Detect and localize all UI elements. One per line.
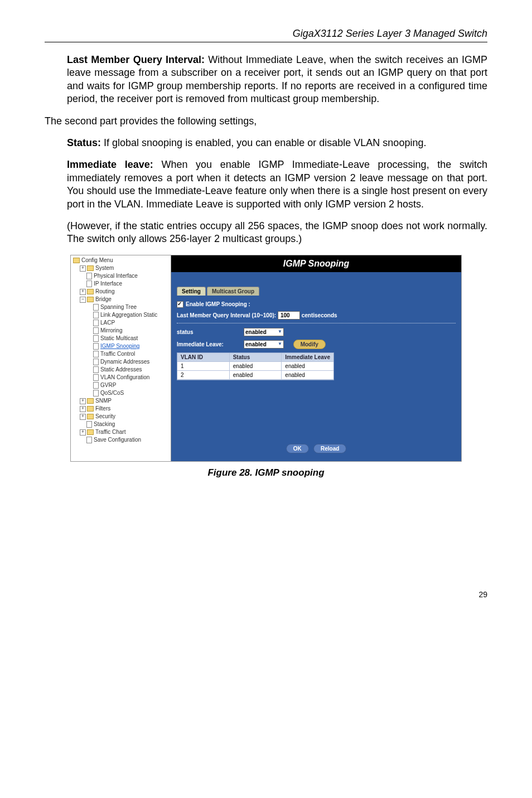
tree-toggle-icon[interactable]: + bbox=[80, 398, 86, 404]
th-status: Status bbox=[230, 353, 282, 362]
tree-toggle-icon[interactable]: − bbox=[80, 297, 86, 303]
file-icon bbox=[86, 273, 94, 279]
tree-file[interactable]: Static Multicast bbox=[72, 335, 170, 342]
tree-file[interactable]: IGMP Snooping bbox=[72, 342, 170, 350]
tree-file[interactable]: Stacking bbox=[72, 420, 170, 428]
figure-caption: Figure 28. IGMP snooping bbox=[45, 467, 487, 478]
tree-item-label: Static Addresses bbox=[100, 366, 142, 373]
tree-item-label: IGMP Snooping bbox=[100, 343, 139, 349]
enable-label: Enable IGMP Snooping : bbox=[186, 301, 250, 307]
cell-vlanid: 1 bbox=[177, 362, 230, 371]
lastmember-input[interactable]: 100 bbox=[278, 311, 300, 320]
tab-setting[interactable]: Setting bbox=[177, 287, 206, 296]
blank-area bbox=[177, 380, 456, 436]
para-second-part: The second part provides the following s… bbox=[45, 115, 487, 128]
tree-folder[interactable]: +SNMP bbox=[72, 397, 170, 405]
tree-file[interactable]: LACP bbox=[72, 319, 170, 327]
tree-item-label: System bbox=[95, 265, 114, 271]
enable-row: Enable IGMP Snooping : bbox=[177, 301, 456, 308]
tree-toggle-icon[interactable]: + bbox=[80, 406, 86, 412]
tree-item-label: Traffic Control bbox=[100, 351, 135, 357]
immediate-leave-value: enabled bbox=[245, 341, 267, 347]
tree-file[interactable]: Traffic Control bbox=[72, 350, 170, 358]
last-member-bold: Last Member Query Interval: bbox=[67, 54, 205, 65]
file-icon bbox=[93, 304, 100, 310]
immediate-leave-select[interactable]: enabled ▼ bbox=[244, 340, 284, 349]
tab-multicast-group[interactable]: Multicast Group bbox=[207, 287, 259, 296]
tree-item-label: Routing bbox=[95, 288, 114, 294]
tree-folder[interactable]: +System bbox=[72, 264, 170, 272]
immediate-leave-label: Immediate Leave: bbox=[177, 341, 244, 347]
tree-item-label: Mirroring bbox=[100, 327, 122, 333]
cell-immediate-leave: enabled bbox=[282, 371, 333, 380]
tree-folder[interactable]: +Routing bbox=[72, 288, 170, 296]
tree-item-label: Filters bbox=[95, 405, 110, 412]
tree-item-label: Save Configuration bbox=[94, 437, 141, 443]
tree-file[interactable]: GVRP bbox=[72, 381, 170, 389]
cell-vlanid: 2 bbox=[177, 371, 230, 380]
table-row[interactable]: 2 enabled enabled bbox=[177, 371, 333, 380]
tree-file[interactable]: Mirroring bbox=[72, 327, 170, 335]
cell-immediate-leave: enabled bbox=[282, 362, 333, 371]
page-header: GigaX3112 Series Layer 3 Managed Switch bbox=[45, 28, 487, 42]
tree-file[interactable]: Spanning Tree bbox=[72, 303, 170, 311]
th-immediate-leave: Immediate Leave bbox=[282, 353, 333, 362]
tree-folder[interactable]: +Security bbox=[72, 413, 170, 420]
file-icon bbox=[93, 366, 100, 373]
tree-toggle-icon[interactable]: + bbox=[80, 414, 86, 420]
button-row: OK Reload bbox=[177, 444, 456, 453]
tree-toggle-icon[interactable]: + bbox=[80, 289, 86, 295]
tree-item-label: SNMP bbox=[95, 398, 112, 404]
tree-file[interactable]: Dynamic Addresses bbox=[72, 358, 170, 366]
folder-icon bbox=[87, 398, 95, 404]
folder-icon bbox=[87, 265, 95, 271]
table-header: VLAN ID Status Immediate Leave bbox=[177, 353, 333, 362]
tree-folder[interactable]: +Traffic Chart bbox=[72, 428, 170, 436]
tree-file[interactable]: Static Addresses bbox=[72, 366, 170, 374]
cell-status: enabled bbox=[230, 371, 282, 380]
tree-item-label: Dynamic Addresses bbox=[100, 359, 149, 365]
tree-file[interactable]: Save Configuration bbox=[72, 436, 170, 444]
tree-file[interactable]: QoS/CoS bbox=[72, 389, 170, 397]
table-row[interactable]: 1 enabled enabled bbox=[177, 362, 333, 371]
file-icon bbox=[93, 343, 100, 349]
status-select[interactable]: enabled ▼ bbox=[244, 328, 284, 336]
tree-toggle-icon[interactable]: + bbox=[80, 265, 86, 272]
tree-file[interactable]: IP Interface bbox=[72, 280, 170, 288]
enable-checkbox[interactable] bbox=[177, 301, 183, 308]
tree-item-label: Security bbox=[95, 413, 115, 419]
tree-file[interactable]: Physical Interface bbox=[72, 272, 170, 280]
ok-button[interactable]: OK bbox=[286, 444, 309, 453]
tree-item-label: QoS/CoS bbox=[100, 390, 124, 396]
tree-folder[interactable]: +Filters bbox=[72, 405, 170, 413]
para-immediate-leave: Immediate leave: When you enable IGMP Im… bbox=[67, 158, 487, 211]
panel: IGMP Snooping Setting Multicast Group En… bbox=[171, 255, 461, 461]
chevron-down-icon: ▼ bbox=[278, 341, 282, 347]
tree-folder[interactable]: −Bridge bbox=[72, 296, 170, 303]
status-bold: Status: bbox=[67, 137, 101, 148]
tree-file[interactable]: Link Aggregation Static bbox=[72, 311, 170, 319]
screenshot: Config Menu+SystemPhysical InterfaceIP I… bbox=[70, 255, 462, 462]
panel-body: Setting Multicast Group Enable IGMP Snoo… bbox=[171, 272, 461, 461]
tree-toggle-icon[interactable]: + bbox=[80, 429, 86, 436]
tree-item-label: Static Multicast bbox=[100, 335, 138, 341]
status-row: status enabled ▼ bbox=[177, 328, 456, 336]
tree-item-label: Config Menu bbox=[81, 257, 113, 263]
immediate-leave-bold: Immediate leave: bbox=[67, 159, 153, 170]
file-icon bbox=[86, 280, 94, 287]
folder-icon bbox=[73, 257, 81, 263]
file-icon bbox=[93, 312, 100, 318]
file-icon bbox=[93, 351, 100, 357]
tree-folder[interactable]: Config Menu bbox=[72, 257, 170, 264]
file-icon bbox=[93, 327, 100, 333]
tree-file[interactable]: VLAN Configuration bbox=[72, 374, 170, 381]
status-value: enabled bbox=[245, 329, 267, 335]
lastmember-unit: centiseconds bbox=[302, 312, 337, 318]
chevron-down-icon: ▼ bbox=[278, 329, 282, 335]
modify-button[interactable]: Modify bbox=[293, 340, 326, 349]
reload-button[interactable]: Reload bbox=[313, 444, 346, 453]
file-icon bbox=[86, 421, 94, 427]
folder-icon bbox=[87, 296, 95, 302]
para-however: (However, if the static entries occupy a… bbox=[67, 220, 487, 246]
folder-icon bbox=[87, 413, 95, 419]
